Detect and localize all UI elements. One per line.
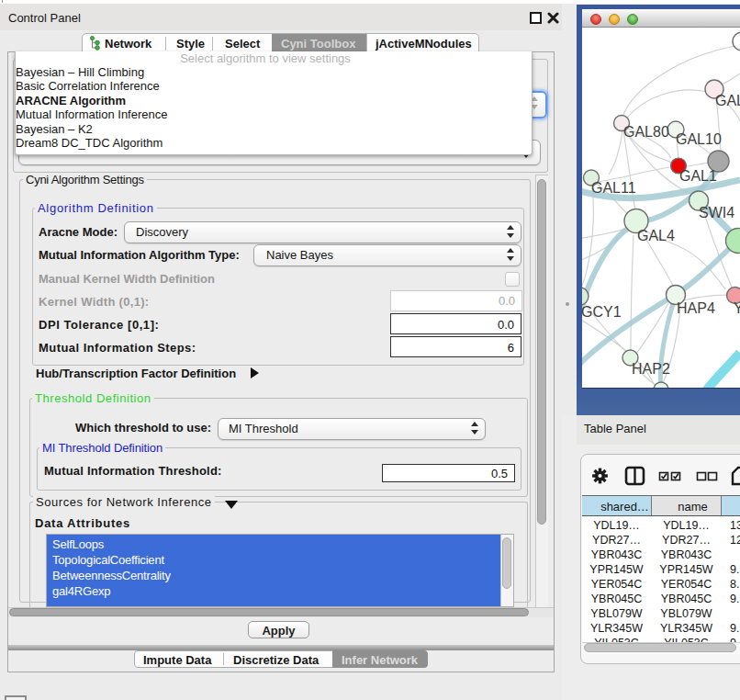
svg-text:GAL2: GAL2: [715, 93, 740, 108]
svg-text:GAL1: GAL1: [679, 168, 717, 184]
svg-text:HAP4: HAP4: [677, 300, 715, 316]
svg-text:SWI4: SWI4: [699, 205, 734, 220]
svg-text:YJ: YJ: [734, 300, 740, 316]
svg-text:GAL10: GAL10: [676, 131, 722, 147]
svg-text:GAL4: GAL4: [637, 228, 675, 243]
svg-text:HAP2: HAP2: [632, 361, 670, 377]
svg-text:GCY1: GCY1: [582, 304, 622, 320]
svg-text:GAL80: GAL80: [623, 124, 669, 140]
svg-text:GAL11: GAL11: [591, 180, 636, 196]
